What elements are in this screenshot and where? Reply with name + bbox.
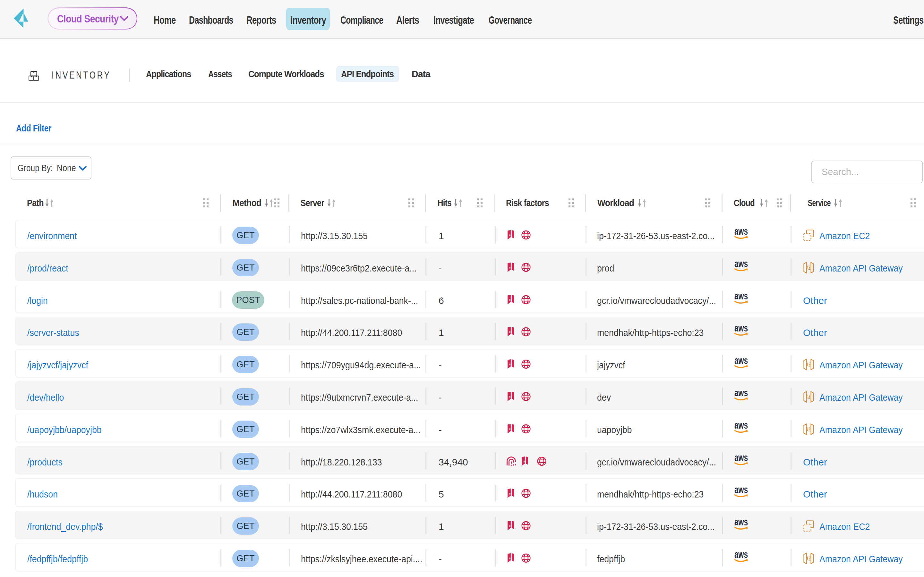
svg-text:aws: aws: [734, 520, 748, 528]
svg-text:aws: aws: [734, 293, 748, 302]
svg-text:aws: aws: [734, 423, 748, 431]
svg-text:aws: aws: [734, 358, 748, 366]
svg-text:aws: aws: [734, 390, 748, 399]
svg-text:aws: aws: [734, 229, 748, 237]
svg-text:aws: aws: [734, 326, 748, 334]
svg-text:aws: aws: [734, 552, 748, 560]
svg-text:aws: aws: [734, 261, 748, 269]
svg-text:aws: aws: [734, 455, 748, 464]
svg-text:aws: aws: [734, 487, 748, 496]
